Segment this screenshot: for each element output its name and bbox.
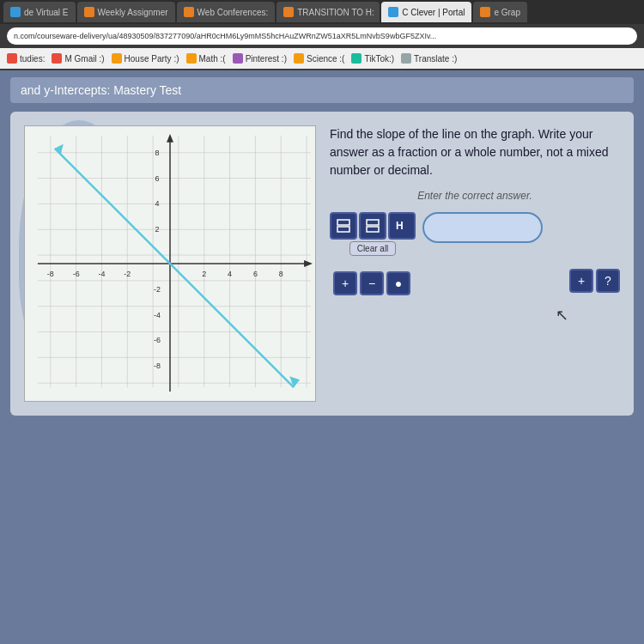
graph-canvas: -8 -6 -4 -2 2 4 6 8 8 6 4 2 -2 -4 -6 - — [25, 126, 315, 401]
clear-all-button[interactable]: Clear all — [349, 241, 397, 256]
bookmark-icon — [7, 53, 17, 64]
address-bar[interactable]: n.com/courseware-delivery/ua/48930509/83… — [7, 27, 637, 45]
browser-chrome: de Virtual E Weekly Assignmer Web Confer… — [0, 0, 644, 70]
tab-bar: de Virtual E Weekly Assignmer Web Confer… — [0, 0, 644, 24]
bookmark-math[interactable]: Math :( — [186, 53, 226, 64]
svg-text:6: 6 — [155, 174, 160, 183]
bookmark-icon — [52, 53, 62, 64]
content-area: -8 -6 -4 -2 2 4 6 8 8 6 4 2 -2 -4 -6 - — [10, 112, 634, 416]
bookmark-studies[interactable]: tudies: — [7, 53, 45, 64]
tab-icon — [480, 7, 490, 17]
svg-rect-47 — [367, 220, 379, 225]
bookmark-pinterest[interactable]: Pinterest :) — [233, 53, 287, 64]
page-background: and y-Intercepts: Mastery Test — [0, 70, 644, 644]
answer-input-box[interactable] — [422, 212, 543, 243]
math-ops: + − ● — [333, 271, 410, 295]
answer-prompt: Enter the correct answer. — [330, 190, 620, 202]
tab-icon — [388, 7, 398, 17]
svg-text:2: 2 — [155, 225, 160, 234]
bookmarks-bar: tudies: M Gmail :) House Party :) Math :… — [0, 48, 644, 69]
bookmark-icon — [294, 53, 304, 64]
svg-text:-4: -4 — [98, 270, 105, 278]
bookmark-gmail[interactable]: M Gmail :) — [52, 53, 104, 64]
svg-text:-4: -4 — [154, 311, 161, 319]
fraction-input-group: H Clear all — [330, 212, 416, 256]
svg-text:H: H — [396, 220, 404, 232]
bookmark-icon — [233, 53, 243, 64]
svg-rect-48 — [367, 227, 379, 232]
page-title-bar: and y-Intercepts: Mastery Test — [10, 77, 634, 103]
svg-text:-2: -2 — [154, 285, 161, 294]
tab-web-conf[interactable]: Web Conferences: — [177, 2, 276, 22]
help-button[interactable]: ? — [596, 269, 620, 293]
bookmark-icon — [401, 53, 411, 64]
svg-text:8: 8 — [155, 149, 160, 157]
tab-icon — [184, 7, 194, 17]
tab-weekly[interactable]: Weekly Assignmer — [77, 2, 175, 22]
svg-text:-6: -6 — [154, 336, 161, 344]
fraction-btn-2[interactable] — [359, 212, 386, 240]
bookmark-icon — [186, 53, 197, 64]
tab-clever[interactable]: C Clever | Portal — [381, 2, 471, 22]
right-ops: + ? — [569, 269, 620, 293]
svg-text:8: 8 — [279, 270, 283, 278]
page-title: and y-Intercepts: Mastery Test — [21, 83, 181, 97]
question-text: Find the slope of the line on the graph.… — [330, 125, 620, 179]
svg-text:4: 4 — [228, 270, 232, 278]
tab-icon — [10, 7, 21, 17]
address-bar-row: n.com/courseware-delivery/ua/48930509/83… — [0, 24, 644, 48]
clear-btn-wrap: Clear all — [330, 241, 416, 256]
svg-text:-8: -8 — [47, 270, 54, 278]
tab-virtual[interactable]: de Virtual E — [3, 2, 76, 22]
bookmark-icon — [112, 53, 122, 64]
svg-text:-2: -2 — [124, 270, 131, 278]
tab-transition[interactable]: TRANSITION TO H: — [276, 2, 380, 22]
bookmark-translate[interactable]: Translate :) — [401, 53, 457, 64]
bookmark-science[interactable]: Science :( — [294, 53, 344, 64]
tab-graph[interactable]: e Grap — [473, 2, 527, 22]
graph-container: -8 -6 -4 -2 2 4 6 8 8 6 4 2 -2 -4 -6 - — [24, 125, 316, 402]
fraction-btn-3[interactable]: H — [388, 212, 416, 240]
answer-input[interactable] — [434, 221, 531, 234]
svg-text:4: 4 — [155, 199, 160, 208]
fraction-btn-1[interactable] — [330, 212, 357, 240]
svg-rect-45 — [337, 220, 349, 225]
svg-text:-6: -6 — [73, 270, 80, 278]
cursor-indicator: ↖ — [556, 306, 568, 325]
dot-button[interactable]: ● — [386, 271, 410, 295]
svg-rect-46 — [337, 227, 349, 232]
tab-icon — [283, 7, 294, 17]
svg-text:6: 6 — [253, 270, 258, 278]
tab-icon — [84, 7, 94, 17]
bookmark-icon — [351, 53, 361, 64]
fraction-buttons: H — [330, 212, 416, 240]
bookmark-tiktok[interactable]: TikTok:) — [351, 53, 394, 64]
svg-text:-8: -8 — [154, 361, 161, 370]
right-panel: Find the slope of the line on the graph.… — [330, 125, 620, 402]
coordinate-graph: -8 -6 -4 -2 2 4 6 8 8 6 4 2 -2 -4 -6 - — [25, 126, 315, 401]
plus-button[interactable]: + — [333, 271, 357, 295]
svg-text:2: 2 — [202, 270, 206, 278]
minus-button[interactable]: − — [360, 271, 384, 295]
bookmark-house-party[interactable]: House Party :) — [112, 53, 179, 64]
plus-right-button[interactable]: + — [569, 269, 593, 293]
